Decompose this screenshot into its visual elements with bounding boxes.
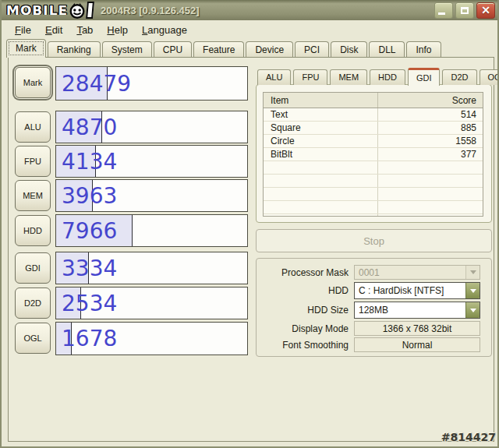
mobile01-logo: MOBILE bbox=[6, 0, 94, 20]
tab-device[interactable]: Device bbox=[246, 41, 293, 58]
menubar: File Edit Tab Help Language bbox=[3, 20, 499, 39]
d2d-button[interactable]: D2D bbox=[15, 287, 51, 319]
display-mode-label: Display Mode bbox=[263, 323, 349, 334]
table-row-empty bbox=[264, 201, 483, 214]
hdd-size-value: 128MB bbox=[355, 302, 465, 318]
alu-score-bar: 4870 bbox=[55, 111, 248, 143]
maximize-button[interactable] bbox=[455, 2, 474, 19]
hdd-size-row: HDD Size 128MB bbox=[263, 302, 480, 319]
benchmark-row-mark: Mark 28479 bbox=[9, 66, 254, 101]
mem-button[interactable]: MEM bbox=[15, 180, 51, 211]
display-mode-row: Display Mode 1366 x 768 32bit bbox=[263, 321, 480, 336]
item-cell: Square bbox=[264, 122, 377, 134]
table-row: BitBlt 377 bbox=[264, 148, 483, 161]
detail-tab-ogl[interactable]: OGL bbox=[480, 69, 499, 85]
score-cell: 885 bbox=[377, 122, 483, 134]
gdi-score-value: 3334 bbox=[62, 252, 117, 284]
mark-button[interactable]: Mark bbox=[15, 67, 51, 98]
window-controls: ✕ bbox=[434, 2, 495, 19]
table-row: Text 514 bbox=[264, 108, 483, 122]
mem-score-bar: 3963 bbox=[55, 179, 248, 212]
menu-tab[interactable]: Tab bbox=[69, 23, 100, 37]
chevron-down-icon bbox=[465, 266, 480, 279]
benchmark-row-gdi: GDI 3334 bbox=[9, 252, 254, 284]
font-smoothing-label: Font Smoothing bbox=[263, 340, 349, 351]
hdd-size-select[interactable]: 128MB bbox=[354, 302, 480, 319]
menu-file[interactable]: File bbox=[8, 23, 38, 37]
menu-edit[interactable]: Edit bbox=[38, 23, 69, 37]
fpu-score-value: 4134 bbox=[62, 146, 117, 177]
hdd-select[interactable]: C : HardDisk [NTFS] bbox=[354, 282, 480, 299]
benchmark-row-alu: ALU 4870 bbox=[9, 111, 254, 143]
detail-tab-d2d[interactable]: D2D bbox=[442, 69, 476, 85]
tab-mark[interactable]: Mark bbox=[6, 39, 46, 58]
tab-dll[interactable]: DLL bbox=[369, 41, 405, 58]
benchmark-row-d2d: D2D 2534 bbox=[9, 287, 254, 319]
stop-button[interactable]: Stop bbox=[256, 229, 492, 252]
minimize-button[interactable] bbox=[434, 2, 453, 19]
benchmark-row-fpu: FPU 4134 bbox=[9, 145, 254, 178]
tab-system[interactable]: System bbox=[102, 41, 152, 58]
maximize-icon bbox=[461, 7, 469, 14]
gdi-score-bar: 3334 bbox=[55, 252, 248, 284]
close-button[interactable]: ✕ bbox=[476, 2, 495, 19]
titlebar: MOBILE 2004R3 [0.9.126.452] ✕ bbox=[2, 0, 497, 20]
detail-tab-fpu[interactable]: FPU bbox=[293, 69, 327, 85]
main-tab-bar: Mark Ranking System CPU Feature Device P… bbox=[6, 39, 496, 58]
item-cell: Circle bbox=[264, 135, 377, 147]
detail-tab-gdi[interactable]: GDI bbox=[408, 68, 441, 86]
window-title: 2004R3 [0.9.126.452] bbox=[101, 5, 199, 16]
score-table: Item Score Text 514 Square 885 Circle 15… bbox=[263, 92, 483, 217]
ogl-score-bar: 1678 bbox=[55, 322, 248, 355]
score-cell: 377 bbox=[377, 148, 483, 161]
benchmark-row-mem: MEM 3963 bbox=[9, 179, 254, 212]
alu-button[interactable]: ALU bbox=[15, 111, 51, 143]
table-row-empty bbox=[264, 188, 483, 201]
hdd-label: HDD bbox=[263, 285, 349, 296]
mark-tab-page: Mark 28479 ALU 4870 FPU 4134 MEM 39 bbox=[8, 57, 494, 442]
hdd-button[interactable]: HDD bbox=[15, 215, 51, 246]
gdi-button[interactable]: GDI bbox=[15, 252, 51, 284]
processor-mask-select: 0001 bbox=[354, 265, 480, 280]
menu-language[interactable]: Language bbox=[135, 23, 194, 37]
benchmark-row-hdd: HDD 7966 bbox=[9, 214, 254, 247]
ogl-score-value: 1678 bbox=[62, 323, 117, 355]
score-cell: 514 bbox=[377, 108, 483, 121]
mem-score-value: 3963 bbox=[62, 180, 117, 211]
chevron-down-icon[interactable] bbox=[465, 283, 480, 298]
table-row-empty bbox=[264, 161, 483, 175]
item-cell: BitBlt bbox=[264, 148, 377, 161]
score-table-panel: Item Score Text 514 Square 885 Circle 15… bbox=[256, 84, 492, 223]
detail-tab-alu[interactable]: ALU bbox=[257, 69, 291, 85]
table-row-empty bbox=[264, 214, 483, 217]
mobile01-logo-icon bbox=[69, 2, 86, 19]
hdd-value: C : HardDisk [NTFS] bbox=[355, 283, 465, 298]
fpu-score-bar: 4134 bbox=[55, 145, 248, 178]
tab-feature[interactable]: Feature bbox=[193, 41, 244, 58]
logo-one-bar bbox=[86, 2, 94, 19]
alu-score-value: 4870 bbox=[62, 111, 117, 143]
tab-pci[interactable]: PCI bbox=[295, 41, 329, 58]
tab-ranking[interactable]: Ranking bbox=[48, 41, 101, 58]
detail-tab-mem[interactable]: MEM bbox=[330, 69, 367, 85]
app-window: MOBILE 2004R3 [0.9.126.452] ✕ File Edit … bbox=[0, 0, 499, 448]
menu-help[interactable]: Help bbox=[100, 23, 135, 37]
settings-panel: Processor Mask 0001 HDD C : HardDisk [NT… bbox=[256, 258, 492, 357]
watermark: #814427 bbox=[441, 431, 496, 443]
fpu-button[interactable]: FPU bbox=[15, 146, 51, 177]
tab-disk[interactable]: Disk bbox=[331, 41, 367, 58]
close-icon: ✕ bbox=[481, 5, 490, 16]
table-header-row: Item Score bbox=[264, 93, 483, 108]
detail-tab-hdd[interactable]: HDD bbox=[370, 69, 405, 85]
tab-info[interactable]: Info bbox=[406, 41, 441, 58]
processor-mask-label: Processor Mask bbox=[263, 267, 349, 278]
processor-mask-value: 0001 bbox=[355, 266, 465, 279]
detail-tab-bar: ALU FPU MEM HDD GDI D2D OGL bbox=[257, 67, 491, 85]
header-item: Item bbox=[264, 93, 377, 108]
tab-cpu[interactable]: CPU bbox=[154, 41, 192, 58]
font-smoothing-row: Font Smoothing Normal bbox=[263, 337, 480, 352]
item-cell: Text bbox=[264, 108, 377, 121]
detail-panel: ALU FPU MEM HDD GDI D2D OGL Item Score T… bbox=[256, 58, 492, 441]
chevron-down-icon[interactable] bbox=[465, 302, 480, 318]
ogl-button[interactable]: OGL bbox=[15, 323, 51, 354]
